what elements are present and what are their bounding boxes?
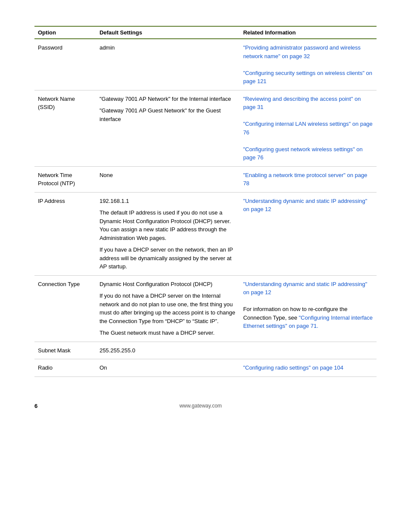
table-header-row: Option Default Settings Related Informat… <box>34 26 377 39</box>
table-row: Passwordadmin"Providing administrator pa… <box>34 39 377 90</box>
cell-default: Dynamic Host Configuration Protocol (DHC… <box>96 275 240 342</box>
related-link[interactable]: "Reviewing and describing the access poi… <box>243 96 361 111</box>
cell-option: Subnet Mask <box>34 342 96 359</box>
cell-related: "Configuring radio settings" on page 104 <box>240 359 377 377</box>
table-row: Network Time Protocol (NTP)None"Enabling… <box>34 166 377 192</box>
default-text: The default IP address is used if you do… <box>100 208 236 242</box>
cell-option: Network Name (SSID) <box>34 90 96 166</box>
cell-default: 192.168.1.1The default IP address is use… <box>96 192 240 275</box>
related-link[interactable]: "Understanding dynamic and static IP add… <box>243 281 367 296</box>
default-text: If you do not have a DHCP server on the … <box>100 292 236 325</box>
default-text: 192.168.1.1 <box>100 197 236 205</box>
page-container: Option Default Settings Related Informat… <box>34 26 377 409</box>
table-row: Connection TypeDynamic Host Configuratio… <box>34 275 377 342</box>
related-link[interactable]: "Providing administrator password and wi… <box>243 44 361 59</box>
table-row: Network Name (SSID)"Gateway 7001 AP Netw… <box>34 90 377 166</box>
cell-related: "Understanding dynamic and static IP add… <box>240 275 377 342</box>
related-link[interactable]: "Configuring internal LAN wireless setti… <box>243 121 372 136</box>
header-related: Related Information <box>240 26 377 39</box>
header-default: Default Settings <box>96 26 240 39</box>
cell-related: "Reviewing and describing the access poi… <box>240 90 377 166</box>
default-text: If you have a DHCP server on the network… <box>100 246 236 271</box>
related-link[interactable]: "Configuring security settings on wirele… <box>243 70 372 85</box>
page-footer: 6 www.gateway.com <box>34 394 377 409</box>
related-link[interactable]: "Configuring guest network wireless sett… <box>243 146 362 161</box>
default-text: The Guest network must have a DHCP serve… <box>100 329 236 337</box>
related-link[interactable]: "Enabling a network time protocol server… <box>243 172 367 187</box>
cell-related: "Enabling a network time protocol server… <box>240 166 377 192</box>
cell-default: On <box>96 359 240 377</box>
cell-related: "Understanding dynamic and static IP add… <box>240 192 377 275</box>
cell-option: Radio <box>34 359 96 377</box>
default-text: "Gateway 7001 AP Guest Network" for the … <box>100 106 236 123</box>
cell-default: 255.255.255.0 <box>96 342 240 359</box>
table-row: IP Address192.168.1.1The default IP addr… <box>34 192 377 275</box>
cell-option: Connection Type <box>34 275 96 342</box>
cell-related <box>240 342 377 359</box>
cell-default: None <box>96 166 240 192</box>
page-number: 6 <box>34 403 37 409</box>
footer-url: www.gateway.com <box>37 403 364 409</box>
default-text: Dynamic Host Configuration Protocol (DHC… <box>100 280 236 289</box>
cell-default: admin <box>96 39 240 90</box>
cell-default: "Gateway 7001 AP Network" for the Intern… <box>96 90 240 166</box>
default-text: "Gateway 7001 AP Network" for the Intern… <box>100 95 236 103</box>
related-link[interactable]: "Understanding dynamic and static IP add… <box>243 198 367 213</box>
header-option: Option <box>34 26 96 39</box>
table-row: RadioOn"Configuring radio settings" on p… <box>34 359 377 377</box>
cell-option: IP Address <box>34 192 96 275</box>
table-row: Subnet Mask255.255.255.0 <box>34 342 377 359</box>
cell-option: Network Time Protocol (NTP) <box>34 166 96 192</box>
main-table: Option Default Settings Related Informat… <box>34 26 377 377</box>
related-link[interactable]: "Configuring radio settings" on page 104 <box>243 364 343 371</box>
cell-related: "Providing administrator password and wi… <box>240 39 377 90</box>
cell-option: Password <box>34 39 96 90</box>
